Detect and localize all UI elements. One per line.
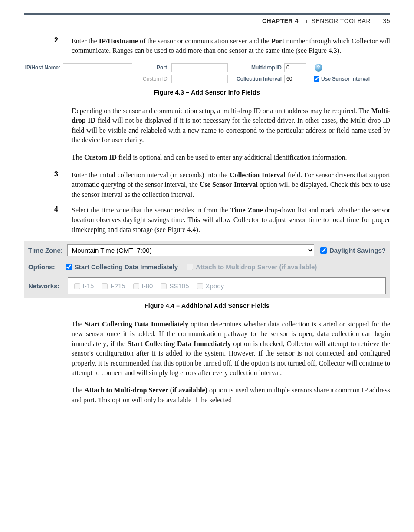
custom-id-label: Custom ID: <box>137 76 171 82</box>
step-number: 3 <box>54 170 72 199</box>
collection-interval-label: Collection Interval <box>232 76 284 82</box>
network-item[interactable]: SS105 <box>161 282 189 290</box>
page-header: CHAPTER 4 SENSOR TOOLBAR 35 <box>24 13 390 24</box>
paragraph-attach: The Attach to Multi-drop Server (if avai… <box>72 385 390 405</box>
figure-4-4-panel: Time Zone: Mountain Time (GMT -7:00) Day… <box>24 241 390 298</box>
use-sensor-interval-checkbox[interactable]: Use Sensor Interval <box>314 76 370 82</box>
multidrop-id-input[interactable] <box>284 63 306 72</box>
page-number: 35 <box>383 17 390 24</box>
step-text: Select the time zone that the sensor res… <box>72 206 390 235</box>
options-label: Options: <box>28 263 55 271</box>
daylight-savings-box[interactable] <box>320 247 327 254</box>
attach-multidrop-box[interactable] <box>187 264 193 270</box>
start-collecting-label: Start Collecting Data Immediately <box>75 263 178 271</box>
start-collecting-box[interactable] <box>66 264 72 270</box>
step-3: 3 Enter the initial collection interval … <box>54 170 390 199</box>
ip-host-label: IP/Host Name: <box>24 65 63 71</box>
daylight-savings-label: Daylight Savings? <box>329 247 386 254</box>
network-item[interactable]: I-80 <box>133 282 153 290</box>
daylight-savings-checkbox[interactable]: Daylight Savings? <box>320 247 386 254</box>
networks-box: I-15 I-215 I-80 SS105 Xpboy <box>68 277 386 294</box>
network-item[interactable]: I-215 <box>102 282 125 290</box>
port-label: Port: <box>137 65 171 71</box>
ip-host-input[interactable] <box>63 63 132 72</box>
attach-multidrop-label: Attach to Multidrop Server (if available… <box>196 263 317 271</box>
section-title: SENSOR TOOLBAR <box>312 17 371 24</box>
figure-4-4-caption: Figure 4.4 – Additional Add Sensor Field… <box>24 302 390 309</box>
paragraph-start-collecting: The Start Collecting Data Immediately op… <box>72 320 390 378</box>
custom-id-input[interactable] <box>171 75 228 83</box>
use-sensor-interval-label: Use Sensor Interval <box>321 76 370 82</box>
step-text: Enter the initial collection interval (i… <box>72 170 390 199</box>
time-zone-label: Time Zone: <box>28 247 63 254</box>
attach-multidrop-checkbox[interactable]: Attach to Multidrop Server (if available… <box>187 263 317 271</box>
step-text: Enter the IP/Hostname of the sensor or c… <box>72 36 390 56</box>
figure-4-3-caption: Figure 4.3 – Add Sensor Info Fields <box>24 89 390 96</box>
paragraph-custom-id: The Custom ID field is optional and can … <box>72 153 390 162</box>
figure-4-3-panel: IP/Host Name: Port: Custom ID: Multidrop… <box>24 62 390 85</box>
network-item[interactable]: Xpboy <box>197 282 224 290</box>
use-sensor-interval-box[interactable] <box>314 76 319 82</box>
help-icon[interactable]: ? <box>315 64 322 72</box>
step-number: 2 <box>54 36 72 56</box>
port-input[interactable] <box>171 63 228 72</box>
collection-interval-input[interactable] <box>284 75 306 83</box>
divider-square-icon <box>303 20 307 23</box>
network-item[interactable]: I-15 <box>74 282 94 290</box>
paragraph-depending: Depending on the sensor and communicatio… <box>72 106 390 145</box>
step-number: 4 <box>54 206 72 235</box>
time-zone-select[interactable]: Mountain Time (GMT -7:00) <box>67 244 314 256</box>
multidrop-id-label: Multidrop ID <box>232 65 284 71</box>
chapter-label: CHAPTER 4 <box>262 17 299 24</box>
step-2: 2 Enter the IP/Hostname of the sensor or… <box>54 36 390 56</box>
start-collecting-checkbox[interactable]: Start Collecting Data Immediately <box>66 263 178 271</box>
networks-label: Networks: <box>28 282 60 290</box>
step-4: 4 Select the time zone that the sensor r… <box>54 206 390 235</box>
